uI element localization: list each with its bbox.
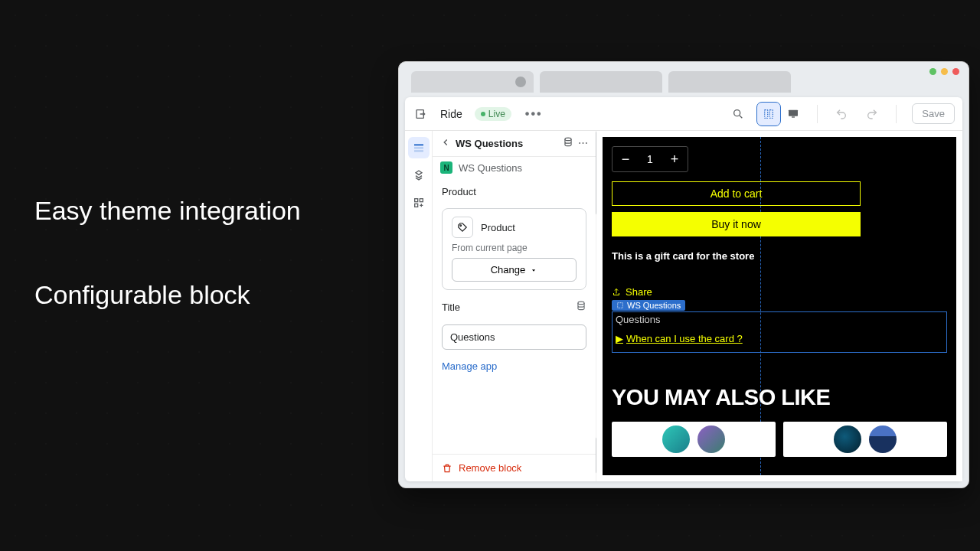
close-icon[interactable] xyxy=(515,77,526,87)
rail-theme-settings-button[interactable] xyxy=(408,165,430,186)
editor-toolbar: Ride Live ••• Save xyxy=(405,97,962,131)
undo-button[interactable] xyxy=(830,103,853,126)
product-image xyxy=(662,425,690,453)
add-to-cart-button[interactable]: Add to cart xyxy=(612,181,861,206)
status-badge: Live xyxy=(475,107,511,121)
product-image xyxy=(869,425,897,453)
quantity-stepper: − 1 + xyxy=(612,146,688,172)
product-type-label: Product xyxy=(481,222,515,233)
share-link[interactable]: Share xyxy=(612,286,652,298)
change-product-button[interactable]: Change xyxy=(452,258,577,282)
product-card: Product From current page Change xyxy=(442,208,586,290)
product-image xyxy=(697,425,725,453)
back-button[interactable] xyxy=(440,137,451,150)
qty-increase-button[interactable]: + xyxy=(662,147,688,171)
product-card[interactable] xyxy=(783,422,947,457)
rail-apps-button[interactable] xyxy=(408,192,430,214)
app-block-row[interactable]: N WS Questions xyxy=(433,157,596,178)
more-actions-button[interactable]: ••• xyxy=(525,107,543,121)
theme-name: Ride xyxy=(440,108,462,120)
panel-title: WS Questions xyxy=(456,138,558,149)
svg-rect-3 xyxy=(770,109,773,118)
recommendation-cards xyxy=(612,422,947,457)
svg-point-13 xyxy=(460,225,462,227)
svg-rect-8 xyxy=(414,150,423,152)
data-source-icon[interactable] xyxy=(563,137,573,150)
svg-rect-4 xyxy=(789,109,798,116)
svg-rect-11 xyxy=(414,204,417,207)
marketing-line1: Easy theme integration xyxy=(34,195,301,227)
block-tag[interactable]: WS Questions xyxy=(612,300,685,311)
app-badge-icon: N xyxy=(440,161,452,174)
remove-block-button[interactable]: Remove block xyxy=(433,454,596,481)
questions-heading: Questions xyxy=(616,314,943,325)
title-input[interactable] xyxy=(442,324,586,350)
product-icon xyxy=(452,217,473,238)
preview-pane: − 1 + Add to cart Buy it now This is a g… xyxy=(596,131,962,481)
svg-rect-7 xyxy=(414,147,423,148)
product-source-hint: From current page xyxy=(452,243,577,253)
window-controls xyxy=(929,68,959,75)
question-item[interactable]: ▶ When can I use the card ? xyxy=(616,333,943,344)
store-preview: − 1 + Add to cart Buy it now This is a g… xyxy=(603,137,956,475)
marketing-line2: Configurable block xyxy=(34,280,301,310)
redo-button[interactable] xyxy=(861,103,884,126)
theme-editor-app: Ride Live ••• Save xyxy=(405,97,962,481)
chevron-right-icon: ▶ xyxy=(616,333,623,344)
rail-sections-button[interactable] xyxy=(408,137,430,158)
product-description: This is a gift card for the store xyxy=(612,250,754,262)
questions-block[interactable]: Questions ▶ When can I use the card ? xyxy=(612,311,947,353)
browser-window: Ride Live ••• Save xyxy=(398,61,969,488)
product-section-label: Product xyxy=(442,186,586,197)
qty-decrease-button[interactable]: − xyxy=(612,147,639,171)
dynamic-source-icon[interactable] xyxy=(576,301,586,314)
svg-point-12 xyxy=(565,138,571,141)
browser-tabs xyxy=(399,62,969,93)
svg-point-1 xyxy=(734,109,740,116)
qty-value: 1 xyxy=(639,153,662,165)
manage-app-link[interactable]: Manage app xyxy=(442,360,586,372)
window-close-icon[interactable] xyxy=(952,68,959,75)
viewport-desktop-button[interactable] xyxy=(782,103,805,126)
browser-tab-active[interactable] xyxy=(411,71,534,93)
exit-editor-button[interactable] xyxy=(413,106,430,122)
title-section-label: Title xyxy=(442,302,460,313)
save-button[interactable]: Save xyxy=(912,103,955,124)
block-settings-panel: WS Questions ⋯ N WS Questions Product xyxy=(433,131,596,481)
svg-rect-6 xyxy=(414,144,423,145)
recommendations-heading: YOU MAY ALSO LIKE xyxy=(612,385,830,410)
svg-rect-2 xyxy=(765,109,768,118)
buy-now-button[interactable]: Buy it now xyxy=(612,212,861,236)
editor-rail xyxy=(405,131,433,481)
search-button[interactable] xyxy=(727,103,750,126)
svg-rect-10 xyxy=(420,199,423,202)
viewport-mobile-button[interactable] xyxy=(757,103,780,126)
product-image xyxy=(834,425,861,453)
marketing-copy: Easy theme integration Configurable bloc… xyxy=(34,195,301,310)
panel-more-button[interactable]: ⋯ xyxy=(578,137,588,150)
window-min-icon[interactable] xyxy=(929,68,936,75)
app-name: WS Questions xyxy=(459,162,522,174)
svg-rect-9 xyxy=(414,199,417,202)
product-card[interactable] xyxy=(612,422,776,457)
svg-rect-5 xyxy=(792,116,795,117)
browser-tab[interactable] xyxy=(540,71,662,93)
svg-rect-15 xyxy=(618,303,623,308)
browser-tab[interactable] xyxy=(668,71,791,93)
window-max-icon[interactable] xyxy=(941,68,948,75)
svg-point-14 xyxy=(578,302,584,305)
